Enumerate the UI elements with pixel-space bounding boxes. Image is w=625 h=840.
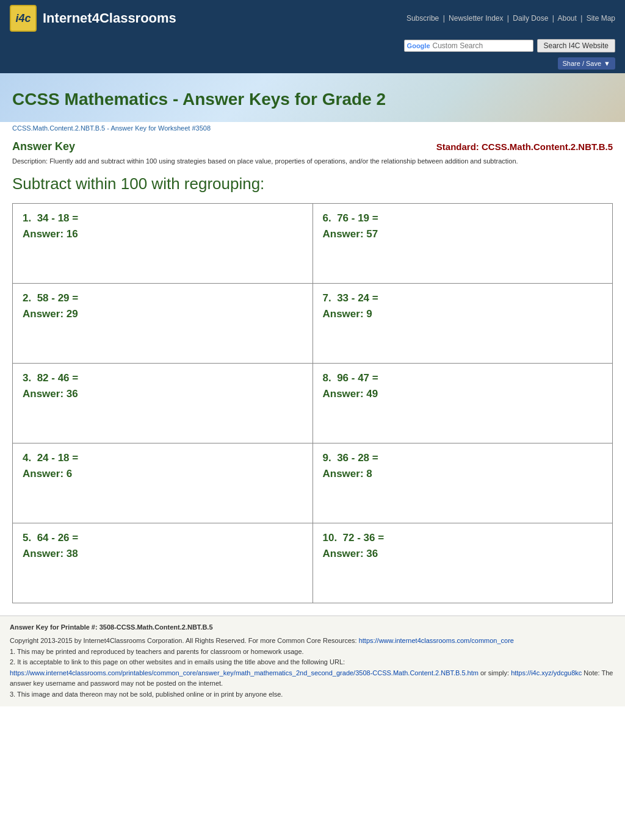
problem-cell-1: 1. 34 - 18 = Answer: 16: [13, 204, 313, 283]
problem-cell-7: 7. 33 - 24 = Answer: 9: [313, 284, 613, 363]
problem-number-1: 1. 34 - 18 =: [23, 212, 303, 224]
problem-number-3: 3. 82 - 46 =: [23, 372, 303, 384]
problem-answer-7: Answer: 9: [323, 308, 603, 320]
search-input[interactable]: [433, 41, 530, 50]
breadcrumb-link[interactable]: CCSS.Math.Content.2.NBT.B.5 - Answer Key…: [12, 124, 211, 132]
subscribe-link[interactable]: Subscribe: [406, 14, 439, 23]
problem-cell-4: 4. 24 - 18 = Answer: 6: [13, 443, 313, 523]
search-row: Google Search I4C Website: [0, 37, 625, 57]
search-button[interactable]: Search I4C Website: [537, 39, 616, 52]
site-title: Internet4Classrooms: [43, 10, 176, 26]
problem-row-4: 4. 24 - 18 = Answer: 6 9. 36 - 28 = Answ…: [13, 443, 612, 523]
footer-copyright: Copyright 2013-2015 by Internet4Classroo…: [10, 636, 615, 647]
problem-answer-8: Answer: 49: [323, 388, 603, 400]
short-url-link[interactable]: https://i4c.xyz/ydcgu8kc: [511, 669, 582, 677]
about-link[interactable]: About: [557, 14, 576, 23]
problem-number-8: 8. 96 - 47 =: [323, 372, 603, 384]
footer-note1: 1. This may be printed and reproduced by…: [10, 647, 615, 658]
worksheet-title: Subtract within 100 with regrouping:: [12, 174, 613, 193]
site-header: i4c Internet4Classrooms Subscribe | News…: [0, 0, 625, 37]
daily-dose-link[interactable]: Daily Dose: [513, 14, 548, 23]
share-save-button[interactable]: Share / Save ▼: [558, 57, 615, 70]
answer-key-header: Answer Key Standard: CCSS.Math.Content.2…: [12, 140, 613, 153]
long-url-link[interactable]: https://www.internet4classrooms.com/prin…: [10, 669, 479, 677]
common-core-link[interactable]: https://www.internet4classrooms.com/comm…: [359, 637, 514, 644]
google-logo: Google: [407, 42, 430, 49]
problem-row-1: 1. 34 - 18 = Answer: 16 6. 76 - 19 = Ans…: [13, 204, 612, 284]
answer-key-title: Answer Key: [12, 140, 75, 153]
problem-cell-8: 8. 96 - 47 = Answer: 49: [313, 364, 613, 443]
problem-cell-10: 10. 72 - 36 = Answer: 36: [313, 523, 613, 603]
problem-answer-3: Answer: 36: [23, 388, 303, 400]
problem-answer-9: Answer: 8: [323, 468, 603, 480]
problem-row-5: 5. 64 - 26 = Answer: 38 10. 72 - 36 = An…: [13, 523, 612, 603]
problem-answer-2: Answer: 29: [23, 308, 303, 320]
problem-answer-5: Answer: 38: [23, 548, 303, 560]
problem-answer-10: Answer: 36: [323, 548, 603, 560]
footer-url: https://www.internet4classrooms.com/prin…: [10, 668, 615, 689]
logo-area: i4c Internet4Classrooms: [10, 5, 176, 32]
problem-answer-1: Answer: 16: [23, 228, 303, 240]
problem-number-10: 10. 72 - 36 =: [323, 532, 603, 544]
content-area: Answer Key Standard: CCSS.Math.Content.2…: [0, 134, 625, 616]
problem-number-5: 5. 64 - 26 =: [23, 532, 303, 544]
problem-number-6: 6. 76 - 19 =: [323, 212, 603, 224]
problem-answer-6: Answer: 57: [323, 228, 603, 240]
search-wrapper: Google: [404, 40, 533, 52]
footer-note2: 2. It is acceptable to link to this page…: [10, 657, 615, 668]
problem-number-9: 9. 36 - 28 =: [323, 452, 603, 464]
problem-cell-3: 3. 82 - 46 = Answer: 36: [13, 364, 313, 443]
footer: Answer Key for Printable #: 3508-CCSS.Ma…: [0, 616, 625, 706]
site-map-link[interactable]: Site Map: [587, 14, 615, 23]
standard-label: Standard: CCSS.Math.Content.2.NBT.B.5: [436, 142, 613, 152]
problems-grid: 1. 34 - 18 = Answer: 16 6. 76 - 19 = Ans…: [12, 203, 613, 603]
footer-note3: 3. This image and data thereon may not b…: [10, 689, 615, 700]
problem-cell-6: 6. 76 - 19 = Answer: 57: [313, 204, 613, 283]
problem-number-4: 4. 24 - 18 =: [23, 452, 303, 464]
page-title: CCSS Mathematics - Answer Keys for Grade…: [12, 90, 386, 109]
problem-cell-5: 5. 64 - 26 = Answer: 38: [13, 523, 313, 603]
problem-row-2: 2. 58 - 29 = Answer: 29 7. 33 - 24 = Ans…: [13, 284, 612, 364]
breadcrumb: CCSS.Math.Content.2.NBT.B.5 - Answer Key…: [0, 122, 625, 134]
nav-links: Subscribe | Newsletter Index | Daily Dos…: [406, 14, 615, 23]
logo-icon: i4c: [10, 5, 37, 32]
description-text: Description: Fluently add and subtract w…: [12, 157, 613, 166]
problem-row-3: 3. 82 - 46 = Answer: 36 8. 96 - 47 = Ans…: [13, 364, 612, 443]
problem-cell-2: 2. 58 - 29 = Answer: 29: [13, 284, 313, 363]
footer-answer-key-line: Answer Key for Printable #: 3508-CCSS.Ma…: [10, 622, 615, 633]
problem-number-7: 7. 33 - 24 =: [323, 292, 603, 304]
problem-answer-4: Answer: 6: [23, 468, 303, 480]
problem-cell-9: 9. 36 - 28 = Answer: 8: [313, 443, 613, 523]
newsletter-index-link[interactable]: Newsletter Index: [449, 14, 503, 23]
problem-number-2: 2. 58 - 29 =: [23, 292, 303, 304]
page-banner: CCSS Mathematics - Answer Keys for Grade…: [0, 73, 625, 122]
share-bar: Share / Save ▼: [0, 57, 625, 73]
